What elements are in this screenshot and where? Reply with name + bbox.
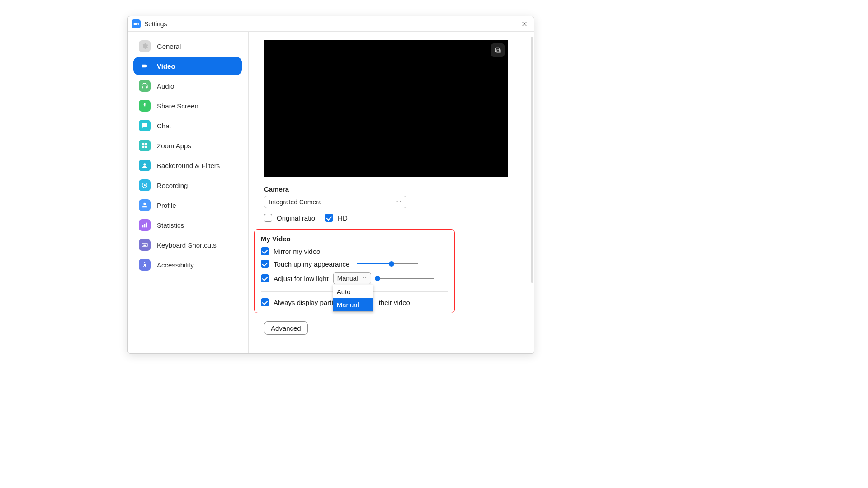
- svg-rect-10: [146, 223, 147, 228]
- profile-icon: [139, 199, 151, 211]
- svg-rect-14: [145, 244, 146, 244]
- headphones-icon: [139, 80, 151, 92]
- low-light-slider[interactable]: [376, 275, 434, 282]
- rotate-preview-button[interactable]: [491, 43, 505, 57]
- settings-main: Camera Integrated Camera ﹀ Original rati…: [249, 32, 534, 353]
- svg-rect-8: [142, 225, 144, 227]
- video-preview: [264, 40, 508, 177]
- low-light-label: Adjust for low light: [274, 275, 329, 282]
- share-icon: [139, 100, 151, 112]
- low-light-checkbox[interactable]: Adjust for low light: [261, 274, 329, 282]
- settings-window: Settings GeneralVideoAudioShare ScreenCh…: [127, 16, 534, 354]
- svg-rect-17: [495, 48, 499, 52]
- touch-up-checkbox[interactable]: Touch up my appearance: [261, 260, 349, 268]
- sidebar-item-recording[interactable]: Recording: [133, 176, 242, 194]
- sidebar-item-label: Profile: [157, 202, 176, 209]
- sidebar-item-audio[interactable]: Audio: [133, 77, 242, 95]
- keyboard-icon: [139, 239, 151, 251]
- low-light-mode-value: Manual: [337, 275, 358, 282]
- svg-rect-0: [142, 143, 145, 145]
- window-title: Settings: [144, 20, 167, 28]
- svg-rect-15: [143, 245, 146, 246]
- bgfilters-icon: [139, 160, 151, 171]
- close-button[interactable]: [519, 18, 530, 30]
- apps-icon: [139, 140, 151, 151]
- svg-rect-12: [143, 244, 143, 244]
- low-light-dropdown: AutoManual: [333, 285, 373, 312]
- svg-rect-1: [145, 143, 147, 145]
- camera-select-value: Integrated Camera: [269, 198, 322, 206]
- svg-rect-18: [497, 49, 500, 53]
- svg-point-7: [143, 203, 146, 205]
- svg-point-4: [143, 163, 146, 165]
- sidebar-item-profile[interactable]: Profile: [133, 196, 242, 214]
- gear-icon: [139, 40, 151, 52]
- sidebar-item-accessibility[interactable]: Accessibility: [133, 256, 242, 274]
- sidebar-item-label: Chat: [157, 122, 171, 130]
- sidebar-item-keyboard-shortcuts[interactable]: Keyboard Shortcuts: [133, 236, 242, 254]
- svg-point-6: [144, 184, 146, 186]
- advanced-button[interactable]: Advanced: [264, 321, 308, 335]
- camera-heading: Camera: [264, 185, 519, 193]
- mirror-my-video-label: Mirror my video: [274, 248, 320, 255]
- sidebar-item-zoom-apps[interactable]: Zoom Apps: [133, 136, 242, 155]
- sidebar-item-video[interactable]: Video: [133, 57, 242, 75]
- svg-rect-3: [145, 146, 147, 148]
- app-icon: [132, 19, 141, 28]
- low-light-option-manual[interactable]: Manual: [333, 298, 373, 311]
- chevron-down-icon: ﹀: [396, 199, 401, 206]
- svg-rect-13: [144, 244, 145, 244]
- sidebar-item-share-screen[interactable]: Share Screen: [133, 97, 242, 115]
- scrollbar[interactable]: [531, 37, 533, 283]
- titlebar: Settings: [128, 16, 534, 32]
- sidebar-item-label: Share Screen: [157, 102, 198, 110]
- sidebar: GeneralVideoAudioShare ScreenChatZoom Ap…: [128, 32, 249, 353]
- sidebar-item-label: Video: [157, 62, 175, 70]
- svg-rect-9: [144, 224, 146, 227]
- sidebar-item-label: Accessibility: [157, 261, 194, 269]
- svg-point-16: [144, 262, 146, 263]
- sidebar-item-background-filters[interactable]: Background & Filters: [133, 156, 242, 174]
- sidebar-item-label: General: [157, 42, 181, 50]
- sidebar-item-label: Keyboard Shortcuts: [157, 241, 217, 249]
- svg-rect-11: [142, 243, 147, 247]
- sidebar-item-label: Audio: [157, 82, 174, 90]
- record-icon: [139, 179, 151, 191]
- chevron-down-icon: ﹀: [363, 275, 367, 282]
- hd-label: HD: [338, 214, 348, 222]
- my-video-heading: My Video: [261, 235, 448, 243]
- hd-checkbox[interactable]: HD: [325, 214, 348, 222]
- stats-icon: [139, 219, 151, 231]
- accessibility-icon: [139, 259, 151, 271]
- sidebar-item-label: Background & Filters: [157, 162, 220, 169]
- low-light-mode-select[interactable]: Manual ﹀ AutoManual: [333, 272, 371, 284]
- svg-rect-2: [142, 146, 145, 148]
- touch-up-slider[interactable]: [357, 260, 418, 267]
- sidebar-item-general[interactable]: General: [133, 37, 242, 55]
- mirror-my-video-checkbox[interactable]: Mirror my video: [261, 247, 320, 255]
- window-body: GeneralVideoAudioShare ScreenChatZoom Ap…: [128, 32, 534, 353]
- sidebar-item-chat[interactable]: Chat: [133, 117, 242, 135]
- low-light-option-auto[interactable]: Auto: [333, 285, 373, 298]
- original-ratio-label: Original ratio: [277, 214, 315, 222]
- my-video-highlight: My Video Mirror my video Touch up my app…: [254, 229, 455, 313]
- touch-up-label: Touch up my appearance: [274, 260, 349, 268]
- sidebar-item-label: Statistics: [157, 221, 184, 229]
- sidebar-item-label: Recording: [157, 182, 188, 189]
- video-icon: [139, 60, 151, 72]
- sidebar-item-statistics[interactable]: Statistics: [133, 216, 242, 234]
- camera-select[interactable]: Integrated Camera ﹀: [264, 196, 406, 208]
- original-ratio-checkbox[interactable]: Original ratio: [264, 214, 315, 222]
- chat-icon: [139, 120, 151, 131]
- sidebar-item-label: Zoom Apps: [157, 142, 191, 150]
